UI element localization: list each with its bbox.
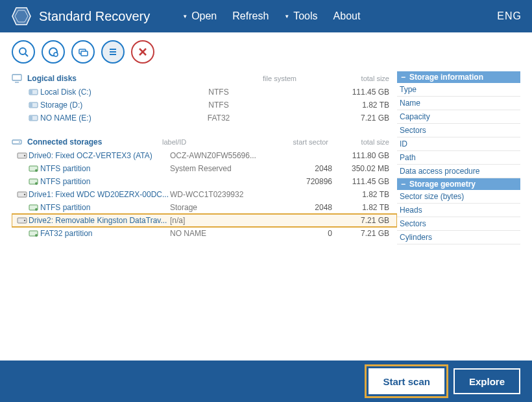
partition-name: NTFS partition <box>40 203 170 212</box>
partition-icon <box>27 165 40 172</box>
col-filesystem: file system <box>231 75 328 82</box>
language-selector[interactable]: ENG <box>497 10 522 22</box>
svg-point-24 <box>24 155 25 156</box>
logical-disk-row[interactable]: Storage (D:)NTFS1.82 TB <box>12 99 397 112</box>
svg-rect-16 <box>30 90 32 94</box>
disk-button[interactable] <box>71 40 95 64</box>
info-property: Capacity <box>397 110 520 124</box>
target-button[interactable] <box>42 40 65 64</box>
explore-button[interactable]: Explore <box>453 368 520 394</box>
drive-icon <box>16 191 29 198</box>
content-area: Logical disks file system total size Loc… <box>0 71 532 361</box>
menu-about-label: About <box>333 10 361 22</box>
volume-icon <box>27 88 40 96</box>
info-property: Data access procedure <box>397 165 520 178</box>
svg-rect-20 <box>30 116 32 120</box>
drive-list-panel: Logical disks file system total size Loc… <box>12 71 397 361</box>
partition-name: NTFS partition <box>40 164 170 173</box>
main-menu: ▼ Open Refresh ▼ Tools About <box>182 10 360 22</box>
menu-open-label: Open <box>191 10 217 22</box>
svg-point-28 <box>35 182 38 185</box>
disk-name: NO NAME (E:) <box>40 113 170 123</box>
col-sector: start sector <box>263 138 328 146</box>
drive-icon <box>16 152 29 160</box>
info-property: ID <box>397 137 520 151</box>
search-button[interactable] <box>12 40 35 64</box>
info-property: Path <box>397 151 520 165</box>
storage-info-header[interactable]: − Storage information <box>397 71 520 83</box>
partition-icon <box>27 204 40 211</box>
geometry-property: Sectors <box>397 217 520 231</box>
menu-refresh-label: Refresh <box>232 10 269 22</box>
list-view-button[interactable] <box>101 40 125 64</box>
svg-point-30 <box>24 194 25 195</box>
collapse-icon: − <box>401 180 405 189</box>
drive-row[interactable]: Drive2: Removable Kingston DataTrav...[n… <box>12 214 397 227</box>
menu-about[interactable]: About <box>333 10 361 22</box>
partition-row[interactable]: NTFS partition720896111.45 GB <box>12 175 397 188</box>
partition-row[interactable]: FAT32 partitionNO NAME07.21 GB <box>12 227 397 240</box>
storage-icon <box>12 138 23 146</box>
col-totalsize: total size <box>332 138 397 146</box>
bottom-bar: Start scan Explore <box>0 361 532 402</box>
disk-name: Local Disk (C:) <box>40 88 170 97</box>
svg-rect-7 <box>81 51 88 56</box>
logical-disk-row[interactable]: Local Disk (C:)NTFS111.45 GB <box>12 86 397 99</box>
disk-name: Storage (D:) <box>40 100 170 110</box>
menu-tools-label: Tools <box>293 10 317 22</box>
svg-line-3 <box>25 54 28 56</box>
drive-name: Drive0: Fixed OCZ-VERTEX3 (ATA) <box>29 151 170 160</box>
drive-icon <box>16 217 29 224</box>
logical-disk-row[interactable]: NO NAME (E:)FAT327.21 GB <box>12 112 397 124</box>
drive-name: Drive1: Fixed WDC WD20EZRX-00DC... <box>29 190 170 199</box>
start-scan-button[interactable]: Start scan <box>369 368 444 394</box>
svg-rect-13 <box>12 75 21 80</box>
drive-name: Drive2: Removable Kingston DataTrav... <box>29 216 170 225</box>
col-label: label/ID <box>162 138 260 146</box>
partition-icon <box>27 178 40 185</box>
menu-tools[interactable]: ▼ Tools <box>284 10 317 22</box>
app-logo-icon <box>10 5 32 27</box>
menu-open[interactable]: ▼ Open <box>182 10 217 22</box>
app-header: Standard Recovery ▼ Open Refresh ▼ Tools… <box>0 0 532 32</box>
geometry-property: Heads <box>397 204 520 217</box>
svg-point-34 <box>24 220 25 221</box>
info-property: Type <box>397 83 520 97</box>
col-totalsize: total size <box>332 75 397 82</box>
partition-name: NTFS partition <box>40 177 170 186</box>
drive-row[interactable]: Drive0: Fixed OCZ-VERTEX3 (ATA)OCZ-AWNZ0… <box>12 149 397 162</box>
connected-title: Connected storages <box>27 137 158 147</box>
partition-row[interactable]: NTFS partitionStorage20481.82 TB <box>12 201 397 214</box>
partition-name: FAT32 partition <box>40 229 170 238</box>
volume-icon <box>27 114 40 122</box>
drive-row[interactable]: Drive1: Fixed WDC WD20EZRX-00DC...WD-WCC… <box>12 188 397 201</box>
geometry-property: Cylinders <box>397 231 520 244</box>
app-title: Standard Recovery <box>39 9 150 24</box>
caret-down-icon: ▼ <box>182 14 187 19</box>
collapse-icon: − <box>401 73 405 82</box>
info-property: Sectors <box>397 124 520 137</box>
svg-point-5 <box>54 53 58 56</box>
partition-icon <box>27 230 40 237</box>
connected-storages-header: Connected storages label/ID start sector… <box>12 135 397 149</box>
svg-point-22 <box>19 141 20 143</box>
close-button[interactable] <box>131 40 154 64</box>
logical-disks-header: Logical disks file system total size <box>12 71 397 86</box>
svg-point-2 <box>19 48 26 54</box>
svg-point-32 <box>35 208 38 211</box>
logical-title: Logical disks <box>27 74 227 83</box>
toolbar <box>0 32 532 71</box>
svg-point-26 <box>35 169 38 172</box>
info-property: Name <box>397 97 520 110</box>
geometry-property: Sector size (bytes) <box>397 190 520 204</box>
storage-info-panel: − Storage information TypeNameCapacitySe… <box>397 71 520 361</box>
menu-refresh[interactable]: Refresh <box>232 10 269 22</box>
svg-point-36 <box>35 234 38 237</box>
caret-down-icon: ▼ <box>284 14 289 19</box>
partition-row[interactable]: NTFS partitionSystem Reserved2048350.02 … <box>12 162 397 175</box>
svg-rect-18 <box>30 103 32 107</box>
storage-geometry-header[interactable]: − Storage geometry <box>397 178 520 190</box>
monitor-icon <box>12 74 23 83</box>
volume-icon <box>27 101 40 109</box>
